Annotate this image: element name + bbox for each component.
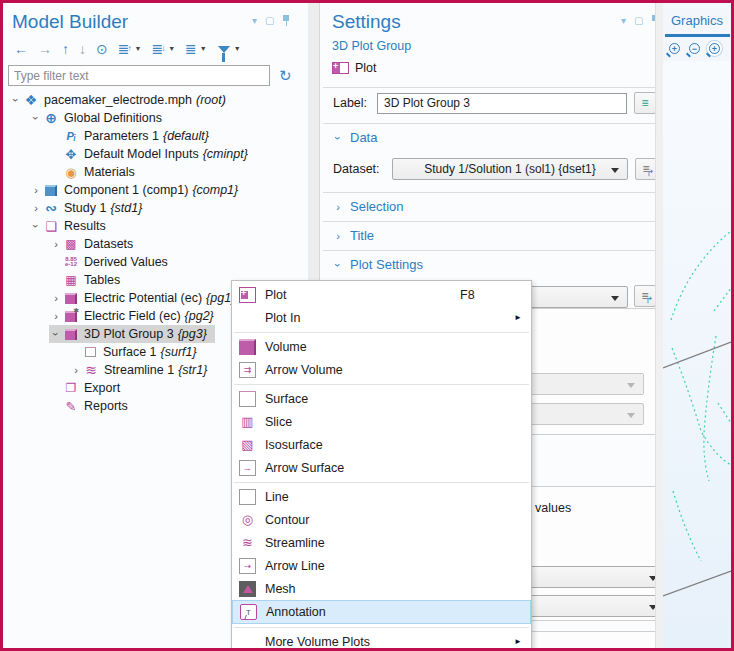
- tree-node-default-model-inputs[interactable]: Default Model Inputs{cminpt}: [3, 145, 308, 163]
- reports-icon: [63, 399, 79, 414]
- pin-icon[interactable]: [282, 15, 290, 27]
- tree-node-label: Datasets: [84, 237, 133, 251]
- plot-toolbar-button[interactable]: Plot: [332, 61, 377, 75]
- tree-node-study-1[interactable]: ›Study 1{std1}: [3, 199, 308, 217]
- go-forward-icon[interactable]: →: [35, 41, 55, 57]
- menu-item-arrow-surface[interactable]: →Arrow Surface: [232, 456, 531, 479]
- dropdown-icon[interactable]: ▾: [621, 16, 626, 26]
- menu-item-isosurface[interactable]: ▧Isosurface: [232, 433, 531, 456]
- expand-all-icon[interactable]: ≣↑▼: [115, 41, 145, 57]
- menu-item-more-volume-plots[interactable]: More Volume Plots►: [232, 630, 531, 651]
- menu-item-label: Plot: [265, 288, 287, 302]
- menu-item-arrow-volume[interactable]: ⇉Arrow Volume: [232, 358, 531, 381]
- menu-item-label: More Volume Plots: [265, 635, 370, 649]
- graphics-tab[interactable]: Graphics: [663, 13, 731, 28]
- chevron-right-icon[interactable]: ›: [29, 201, 43, 215]
- move-down-icon[interactable]: ↓: [76, 41, 89, 57]
- graphics-canvas[interactable]: [663, 61, 731, 648]
- chevron-right-icon[interactable]: ›: [49, 291, 63, 305]
- chevron-down-icon[interactable]: ›: [29, 111, 43, 125]
- chevron-down-icon[interactable]: ›: [9, 93, 23, 107]
- zoom-out-icon[interactable]: −: [689, 43, 700, 54]
- arrow-line-icon: ⇢: [239, 558, 256, 574]
- tree-node-tag: (root): [196, 93, 226, 107]
- show-icon[interactable]: ⊙: [93, 41, 111, 57]
- tree-node-tag: {pg2}: [185, 309, 214, 323]
- tree-node-component-1-comp1[interactable]: ›Component 1 (comp1){comp1}: [3, 181, 308, 199]
- menu-item-arrow-line[interactable]: ⇢Arrow Line: [232, 554, 531, 577]
- filter-icon[interactable]: ▼: [214, 41, 244, 57]
- refresh-icon[interactable]: ↻: [279, 67, 292, 85]
- menu-item-contour[interactable]: ◎Contour: [232, 508, 531, 531]
- menu-item-label: Plot In: [265, 311, 300, 325]
- go-back-icon[interactable]: ←: [11, 41, 31, 57]
- blank-icon: [239, 310, 256, 326]
- chevron-right-icon[interactable]: ›: [49, 309, 63, 323]
- filter-input[interactable]: [8, 65, 270, 86]
- menu-item-label: Surface: [265, 392, 308, 406]
- menu-item-plot[interactable]: PlotF8: [232, 283, 531, 306]
- model-builder-title: Model Builder: [12, 11, 128, 33]
- chevron-right-icon[interactable]: ›: [49, 237, 63, 251]
- tree-node-datasets[interactable]: ›Datasets: [3, 235, 308, 253]
- tree-node-label: Materials: [84, 165, 135, 179]
- model-builder-window-controls: ▾ ▢: [252, 15, 290, 27]
- zoom-in-icon[interactable]: +: [669, 43, 680, 54]
- tree-node-label: Parameters 1: [84, 129, 159, 143]
- float-window-icon[interactable]: ▢: [634, 16, 643, 26]
- section-data[interactable]: › Data: [333, 130, 377, 145]
- go-to-source-button[interactable]: ≡: [634, 285, 656, 307]
- model-tree-nodes-icon[interactable]: ≣▼: [182, 41, 210, 57]
- tree-node-derived-values[interactable]: Derived Values: [3, 253, 308, 271]
- study-icon: [43, 201, 59, 216]
- tree-node-parameters-1[interactable]: Parameters 1{default}: [3, 127, 308, 145]
- menu-item-label: Arrow Surface: [265, 461, 344, 475]
- section-plot-settings[interactable]: › Plot Settings: [333, 257, 423, 272]
- section-selection[interactable]: › Selection: [333, 199, 403, 214]
- move-up-icon[interactable]: ↑: [59, 41, 72, 57]
- float-window-icon[interactable]: ▢: [265, 16, 274, 26]
- label-input[interactable]: [377, 93, 627, 114]
- menu-item-slice[interactable]: ▥Slice: [232, 410, 531, 433]
- filter-row: ↻: [8, 65, 304, 86]
- settings-scrollbar[interactable]: [655, 3, 663, 648]
- menu-item-plot-in[interactable]: Plot In►: [232, 306, 531, 329]
- dropdown-icon[interactable]: ▾: [252, 16, 257, 26]
- chevron-down-icon[interactable]: ›: [29, 219, 43, 233]
- tree-node-materials[interactable]: Materials: [3, 163, 308, 181]
- divider: [323, 87, 657, 88]
- menu-item-label: Arrow Volume: [265, 363, 343, 377]
- chevron-right-icon[interactable]: ›: [69, 363, 83, 377]
- graphics-panel: Graphics + − +: [663, 3, 731, 648]
- collapse-all-icon[interactable]: ≣↓▼: [148, 41, 178, 57]
- tree-node-tag: {cminpt}: [203, 147, 248, 161]
- section-title[interactable]: › Title: [333, 228, 374, 243]
- tree-node-label: Surface 1: [103, 345, 157, 359]
- menu-item-label: Line: [265, 490, 289, 504]
- menu-item-annotation[interactable]: TAnnotation: [232, 600, 531, 624]
- tree-node-global-definitions[interactable]: ›Global Definitions: [3, 109, 308, 127]
- dataset-select[interactable]: Study 1/Solution 1 (sol1) {dset1}: [392, 158, 628, 180]
- tree-node-label: Component 1 (comp1): [64, 183, 188, 197]
- menu-item-volume[interactable]: Volume: [232, 335, 531, 358]
- zoom-selected-icon[interactable]: +: [709, 43, 720, 54]
- menu-item-mesh[interactable]: Mesh: [232, 577, 531, 600]
- rename-button[interactable]: ≡: [634, 92, 656, 114]
- geometry-wireframe: [663, 61, 731, 651]
- tree-node-results[interactable]: ›Results: [3, 217, 308, 235]
- tree-node-tag: {surf1}: [161, 345, 197, 359]
- chevron-right-icon[interactable]: ›: [29, 183, 43, 197]
- tree-node-pacemaker-electrode-mph[interactable]: ›pacemaker_electrode.mph(root): [3, 91, 308, 109]
- chevron-down-icon[interactable]: ›: [49, 327, 63, 341]
- datasets-icon: [63, 237, 79, 252]
- dataset-row: Dataset: Study 1/Solution 1 (sol1) {dset…: [333, 158, 657, 180]
- export-icon: [63, 381, 79, 396]
- streamline-node-icon: [83, 363, 99, 378]
- menu-item-line[interactable]: Line: [232, 485, 531, 508]
- dataset-caption: Dataset:: [333, 162, 392, 176]
- go-to-source-button[interactable]: ≡: [635, 158, 657, 180]
- tree-node-label: Export: [84, 381, 120, 395]
- tree-node-tag: {std1}: [110, 201, 142, 215]
- menu-item-surface[interactable]: Surface: [232, 387, 531, 410]
- menu-item-streamline[interactable]: ≋Streamline: [232, 531, 531, 554]
